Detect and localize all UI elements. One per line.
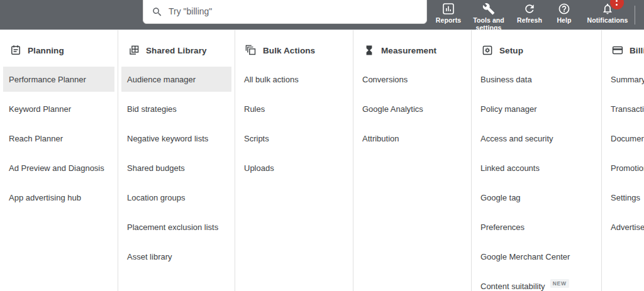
- menu-item-business-data[interactable]: Business data: [472, 65, 601, 94]
- menu-item-negative-keyword-lists[interactable]: Negative keyword lists: [118, 124, 235, 153]
- shared-library-header: Shared Library: [118, 30, 235, 65]
- menu-item-app-advertising-hub[interactable]: App advertising hub: [0, 183, 118, 212]
- refresh-icon: [523, 3, 536, 15]
- menu-item-label: Google tag: [480, 193, 521, 202]
- menu-item-label: Scripts: [244, 134, 269, 143]
- notifications-button[interactable]: Notifications: [580, 0, 635, 30]
- menu-item-label: Audience manager: [127, 75, 196, 84]
- menu-item-label: Google Merchant Center: [480, 252, 570, 261]
- menu-item-asset-library[interactable]: Asset library: [118, 242, 235, 272]
- column-title: Setup: [499, 46, 523, 55]
- billing-header: Billing: [602, 30, 644, 65]
- menu-item-label: Access and security: [480, 134, 553, 143]
- tools-and-settings-label: Tools and settings: [470, 16, 507, 31]
- reports-icon: [442, 3, 455, 15]
- menu-item-label: App advertising hub: [9, 193, 81, 202]
- measurement-icon: [364, 45, 375, 56]
- menu-item-label: Keyword Planner: [9, 104, 71, 114]
- menu-item-label: Advertiser verification: [611, 222, 644, 232]
- menu-column-planning: Planning Performance Planner Keyword Pla…: [0, 30, 118, 291]
- menu-item-label: Settings: [611, 193, 640, 202]
- menu-item-label: All bulk actions: [244, 75, 299, 84]
- reports-label: Reports: [436, 16, 461, 24]
- planning-header: Planning: [0, 30, 118, 65]
- menu-item-transactions[interactable]: Transactions: [602, 94, 644, 124]
- help-label: Help: [557, 16, 571, 24]
- menu-item-summary[interactable]: Summary: [602, 65, 644, 94]
- menu-item-label: Shared budgets: [127, 163, 185, 173]
- refresh-button[interactable]: Refresh: [511, 0, 548, 30]
- tools-and-settings-button[interactable]: Tools and settings: [467, 0, 511, 30]
- notification-badge-count: [616, 0, 618, 2]
- menu-item-keyword-planner[interactable]: Keyword Planner: [0, 94, 118, 124]
- menu-item-label: Policy manager: [480, 104, 537, 114]
- notifications-label: Notifications: [587, 16, 628, 24]
- setup-header: Setup: [472, 30, 601, 65]
- menu-item-conversions[interactable]: Conversions: [353, 65, 471, 94]
- menu-item-content-suitability[interactable]: Content suitability NEW: [472, 272, 601, 291]
- column-title: Measurement: [381, 46, 436, 55]
- menu-column-billing: Billing Summary Transactions Documents P…: [602, 30, 644, 291]
- topbar-actions: Reports Tools and settings Refresh Help …: [430, 0, 635, 30]
- topbar-divider: [635, 6, 635, 25]
- menu-item-documents[interactable]: Documents: [602, 124, 644, 153]
- menu-item-all-bulk-actions[interactable]: All bulk actions: [235, 65, 353, 94]
- menu-item-label: Content suitability: [480, 282, 545, 291]
- tools-icon: [482, 3, 495, 15]
- menu-item-ad-preview-and-diagnosis[interactable]: Ad Preview and Diagnosis: [0, 153, 118, 183]
- bulk-actions-icon: [245, 45, 257, 56]
- menu-item-label: Business data: [480, 75, 532, 84]
- menu-column-shared-library: Shared Library Audience manager Bid stra…: [118, 30, 235, 291]
- menu-item-google-merchant-center[interactable]: Google Merchant Center: [472, 242, 601, 272]
- menu-item-rules[interactable]: Rules: [235, 94, 353, 124]
- menu-item-placement-exclusion-lists[interactable]: Placement exclusion lists: [118, 212, 235, 242]
- menu-item-access-and-security[interactable]: Access and security: [472, 124, 601, 153]
- search-input[interactable]: [169, 5, 420, 18]
- reports-button[interactable]: Reports: [430, 0, 467, 30]
- help-button[interactable]: Help: [548, 0, 580, 30]
- menu-item-promotions[interactable]: Promotions: [602, 153, 644, 183]
- menu-item-uploads[interactable]: Uploads: [235, 153, 353, 183]
- search-box[interactable]: [143, 0, 427, 24]
- menu-item-label: Conversions: [362, 75, 408, 84]
- refresh-label: Refresh: [517, 16, 542, 24]
- menu-item-label: Rules: [244, 104, 265, 114]
- menu-item-reach-planner[interactable]: Reach Planner: [0, 124, 118, 153]
- new-badge: NEW: [550, 279, 569, 288]
- menu-item-label: Transactions: [611, 104, 644, 114]
- menu-item-label: Ad Preview and Diagnosis: [9, 163, 104, 173]
- menu-item-label: Performance Planner: [9, 75, 86, 84]
- menu-item-linked-accounts[interactable]: Linked accounts: [472, 153, 601, 183]
- menu-column-measurement: Measurement Conversions Google Analytics…: [353, 30, 472, 291]
- menu-item-label: Location groups: [127, 193, 186, 202]
- setup-icon: [482, 45, 493, 56]
- menu-item-label: Attribution: [362, 134, 399, 143]
- top-app-bar: Reports Tools and settings Refresh Help …: [0, 0, 644, 30]
- menu-item-audience-manager[interactable]: Audience manager: [118, 65, 235, 94]
- menu-item-settings[interactable]: Settings: [602, 183, 644, 212]
- menu-item-label: Summary: [611, 75, 644, 84]
- menu-item-performance-planner[interactable]: Performance Planner: [0, 65, 118, 94]
- column-title: Bulk Actions: [263, 46, 315, 55]
- menu-item-label: Placement exclusion lists: [127, 222, 218, 232]
- help-icon: [558, 3, 570, 15]
- menu-item-location-groups[interactable]: Location groups: [118, 183, 235, 212]
- menu-item-label: Negative keyword lists: [127, 134, 208, 143]
- menu-item-attribution[interactable]: Attribution: [353, 124, 471, 153]
- menu-item-preferences[interactable]: Preferences: [472, 212, 601, 242]
- column-title: Shared Library: [146, 46, 207, 55]
- menu-item-policy-manager[interactable]: Policy manager: [472, 94, 601, 124]
- menu-item-label: Reach Planner: [9, 134, 63, 143]
- menu-item-google-tag[interactable]: Google tag: [472, 183, 601, 212]
- planning-icon: [10, 45, 21, 56]
- bulk-actions-header: Bulk Actions: [235, 30, 353, 65]
- menu-item-scripts[interactable]: Scripts: [235, 124, 353, 153]
- menu-item-label: Bid strategies: [127, 104, 177, 114]
- menu-item-label: Preferences: [480, 222, 525, 232]
- menu-item-bid-strategies[interactable]: Bid strategies: [118, 94, 235, 124]
- menu-item-label: Uploads: [244, 163, 274, 173]
- menu-column-setup: Setup Business data Policy manager Acces…: [472, 30, 602, 291]
- menu-item-google-analytics[interactable]: Google Analytics: [353, 94, 471, 124]
- menu-item-advertiser-verification[interactable]: Advertiser verification: [602, 212, 644, 242]
- menu-item-shared-budgets[interactable]: Shared budgets: [118, 153, 235, 183]
